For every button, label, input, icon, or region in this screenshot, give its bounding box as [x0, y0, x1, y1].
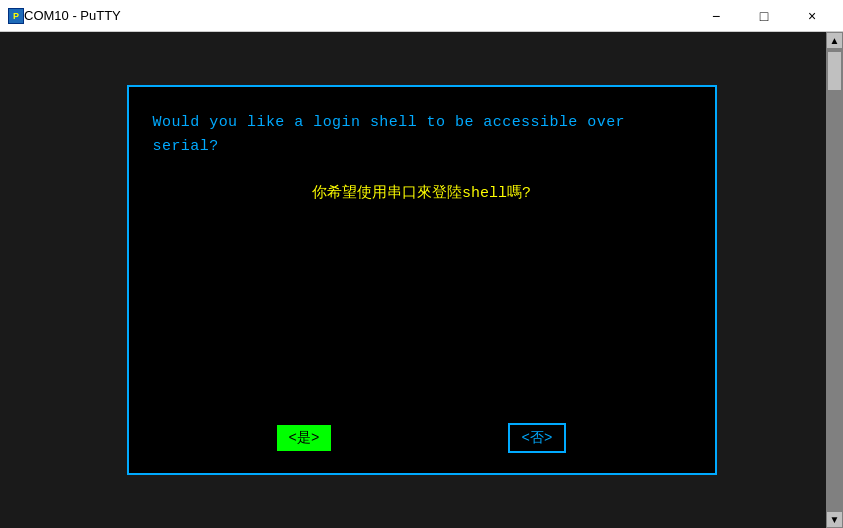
- dialog-question: Would you like a login shell to be acces…: [153, 111, 691, 159]
- question-line2: serial?: [153, 138, 219, 155]
- scroll-up-button[interactable]: ▲: [826, 32, 843, 49]
- maximize-button[interactable]: □: [741, 2, 787, 30]
- scrollbar-thumb[interactable]: [827, 51, 842, 91]
- scroll-down-button[interactable]: ▼: [826, 511, 843, 528]
- window-title: COM10 - PuTTY: [24, 8, 693, 23]
- window-controls: − □ ×: [693, 2, 835, 30]
- dialog-box: Would you like a login shell to be acces…: [127, 85, 717, 475]
- minimize-button[interactable]: −: [693, 2, 739, 30]
- question-line1: Would you like a login shell to be acces…: [153, 114, 626, 131]
- no-button[interactable]: <否>: [508, 423, 567, 453]
- scrollbar[interactable]: ▲ ▼: [826, 32, 843, 528]
- terminal-area: ▲ ▼ Would you like a login shell to be a…: [0, 32, 843, 528]
- yes-button[interactable]: <是>: [277, 425, 332, 451]
- scrollbar-track: [826, 49, 843, 511]
- close-button[interactable]: ×: [789, 2, 835, 30]
- dialog-content: Would you like a login shell to be acces…: [129, 87, 715, 413]
- dialog-buttons: <是> <否>: [129, 413, 715, 473]
- app-icon: P: [8, 8, 24, 24]
- title-bar: P COM10 - PuTTY − □ ×: [0, 0, 843, 32]
- dialog-chinese-text: 你希望使用串口來登陸shell嗎?: [153, 183, 691, 202]
